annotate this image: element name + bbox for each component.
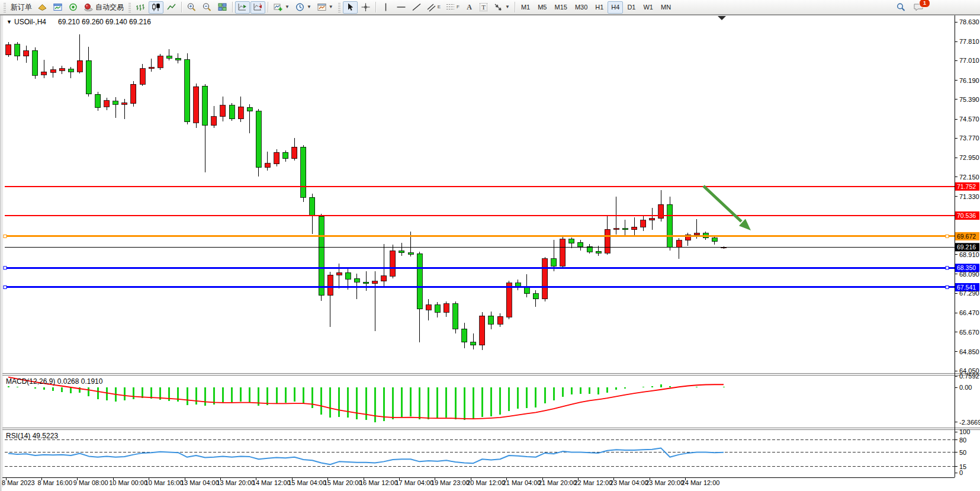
candle <box>667 197 673 250</box>
candle-body <box>256 111 261 168</box>
chart-frame <box>0 15 980 491</box>
candle-body <box>345 272 351 279</box>
time-tick-label: 9 Mar 08:00 <box>73 479 108 486</box>
price-chart-canvas[interactable]: 71.75270.53669.67269.21668.35067.541 0.7… <box>0 0 980 491</box>
candle-body <box>24 51 29 56</box>
candle-body <box>676 240 682 248</box>
candle-body <box>712 238 717 242</box>
candle-body <box>641 220 646 227</box>
time-tick-label: 15 Mar 20:00 <box>324 479 362 486</box>
candle-body <box>480 316 485 345</box>
candle-body <box>229 105 234 119</box>
time-tick-label: 20 Mar 12:00 <box>467 479 505 486</box>
price-tick-label: 73.770 <box>959 134 979 142</box>
candle-body <box>444 304 449 312</box>
candle <box>185 53 190 124</box>
price-tick-label: 76.190 <box>959 77 979 84</box>
candle <box>229 103 234 121</box>
time-tick-label: 17 Mar 04:00 <box>395 479 433 486</box>
time-tick-label: 8 Mar 2023 <box>2 479 35 486</box>
time-tick-label: 21 Mar 20:00 <box>538 479 577 486</box>
candle-body <box>569 239 574 243</box>
candle-body <box>149 68 154 69</box>
time-tick-label: 14 Mar 12:00 <box>252 479 291 486</box>
candle <box>301 145 306 202</box>
candle-body <box>166 56 172 58</box>
rsi-label: RSI(14) 49.5223 <box>6 432 58 440</box>
price-tick-label: 77.810 <box>959 38 979 45</box>
rsi-tick-label: 80 <box>959 437 966 444</box>
price-tag-label: 69.216 <box>957 243 976 251</box>
price-tick-label: 68.090 <box>959 271 979 278</box>
line-handle <box>4 285 7 288</box>
candle-body <box>578 242 583 246</box>
oneclick-collapse-icon[interactable]: ▼ <box>7 19 12 25</box>
macd-tick-label: 0.00 <box>959 384 972 391</box>
candle-body <box>632 227 637 229</box>
candle-body <box>399 251 404 253</box>
candle <box>453 301 458 334</box>
time-tick-label: 16 Mar 12:00 <box>359 479 398 486</box>
time-tick-label: 8 Mar 16:00 <box>37 479 72 486</box>
candle-body <box>408 253 413 254</box>
candle <box>256 109 261 176</box>
time-tick-label: 19 Mar 23:00 <box>431 479 470 486</box>
candle-body <box>185 60 190 122</box>
candle-body <box>77 60 82 72</box>
line-handle <box>4 235 7 238</box>
candle-body <box>194 86 199 123</box>
candle-body <box>390 251 396 276</box>
time-tick-label: 15 Mar 04:00 <box>288 479 326 486</box>
line-handle <box>4 267 7 269</box>
time-tick-label: 10 Mar 00:00 <box>109 479 147 486</box>
candle-body <box>68 69 73 72</box>
price-tick-label: 71.330 <box>959 193 979 200</box>
candle-body <box>354 278 359 282</box>
time-tick-label: 22 Mar 12:00 <box>574 479 612 486</box>
candle-body <box>86 60 91 94</box>
price-tick-label: 64.850 <box>959 348 979 355</box>
candle-body <box>327 275 333 295</box>
time-tick-label: 23 Mar 04:00 <box>610 479 648 486</box>
candle-body <box>59 69 65 70</box>
candle-body <box>283 152 288 159</box>
candle <box>33 47 38 79</box>
price-tick-label: 64.050 <box>959 367 979 374</box>
price-tick-label: 74.570 <box>959 115 979 123</box>
candle-body <box>658 204 664 218</box>
rsi-tick-label: 50 <box>959 449 966 456</box>
candle <box>560 235 565 268</box>
candle-body <box>560 239 565 267</box>
time-tick-label: 13 Mar 20:00 <box>216 479 255 486</box>
candle-body <box>113 101 118 105</box>
candle-body <box>15 44 20 56</box>
candle-body <box>650 219 655 220</box>
candle-body <box>435 305 440 312</box>
price-tick-label: 67.290 <box>959 290 979 297</box>
macd-tick-label: -2.3669 <box>959 419 980 426</box>
candle-body <box>542 259 548 299</box>
time-tick-label: 10 Mar 16:00 <box>145 479 184 486</box>
candle-body <box>33 50 38 75</box>
candle-body <box>140 69 145 85</box>
candle-body <box>301 147 306 197</box>
price-tag-label: 70.536 <box>957 212 976 219</box>
candle-body <box>551 259 557 267</box>
candle-body <box>175 58 181 60</box>
chart-title-symbol: USOil-,H4 <box>14 18 46 26</box>
candle-body <box>667 204 673 248</box>
candle <box>542 257 548 301</box>
candle-body <box>6 44 11 54</box>
candle-body <box>122 103 127 104</box>
candle-body <box>336 272 342 275</box>
candle-body <box>605 229 610 253</box>
chart-background <box>0 15 980 491</box>
line-handle <box>946 235 949 238</box>
candle-body <box>247 107 252 111</box>
candle-body <box>292 147 297 158</box>
line-handle <box>946 267 949 269</box>
candle <box>194 84 199 128</box>
candle-body <box>372 281 378 284</box>
candle-body <box>41 72 47 75</box>
candle-body <box>489 316 494 324</box>
